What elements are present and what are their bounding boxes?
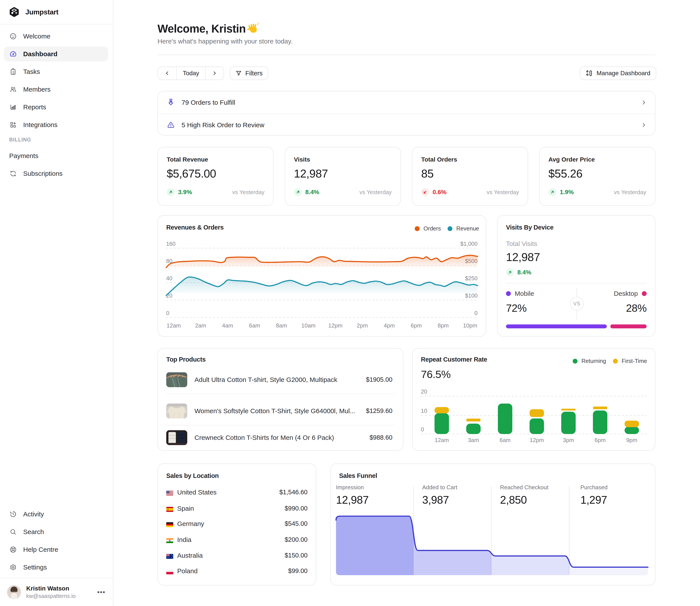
svg-text:40: 40	[166, 275, 173, 281]
svg-text:10: 10	[421, 407, 427, 414]
svg-text:$250: $250	[465, 275, 477, 281]
svg-text:20: 20	[421, 388, 427, 395]
svg-text:160: 160	[166, 241, 176, 247]
svg-text:0: 0	[166, 310, 169, 316]
svg-text:$1,000: $1,000	[460, 241, 477, 247]
svg-text:$100: $100	[465, 293, 477, 299]
svg-text:0: 0	[421, 426, 424, 433]
svg-text:0: 0	[474, 310, 477, 316]
